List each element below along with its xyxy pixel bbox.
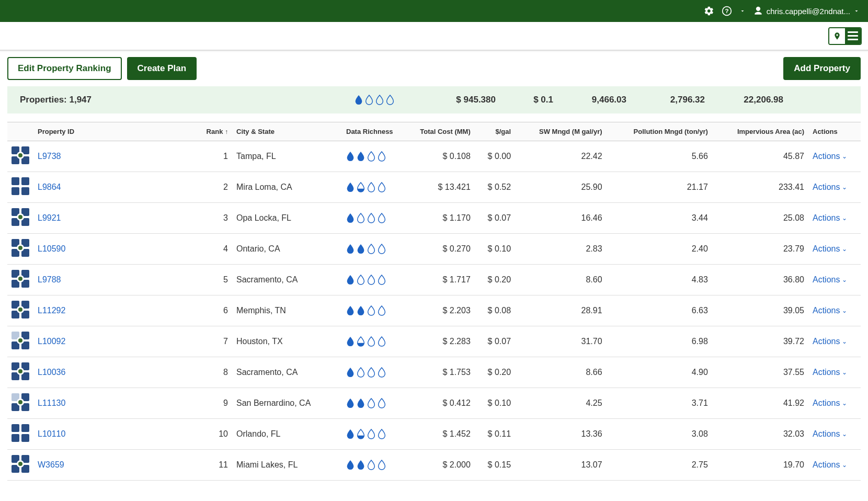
drop-icon bbox=[367, 367, 375, 378]
drop-icon bbox=[378, 429, 386, 439]
property-type-icon bbox=[12, 146, 29, 164]
drop-icon bbox=[357, 460, 365, 470]
row-actions-menu[interactable]: Actions ⌄ bbox=[813, 152, 847, 161]
drop-icon bbox=[378, 460, 386, 470]
drop-icon bbox=[378, 275, 386, 285]
table-row: L9864 2 Mira Loma, CA $ 13.421 $ 0.52 25… bbox=[7, 172, 861, 203]
property-id-link[interactable]: L11130 bbox=[38, 398, 65, 407]
drop-icon bbox=[367, 151, 375, 162]
cell-per-gal: $ 0.00 bbox=[475, 141, 515, 172]
summary-data-richness bbox=[355, 95, 412, 105]
drop-icon bbox=[346, 275, 355, 285]
row-actions-menu[interactable]: Actions ⌄ bbox=[813, 337, 847, 346]
cell-data-richness bbox=[342, 295, 399, 326]
row-actions-menu[interactable]: Actions ⌄ bbox=[813, 460, 847, 470]
property-id-link[interactable]: L10110 bbox=[38, 429, 65, 438]
cell-impervious: 25.08 bbox=[712, 203, 808, 234]
col-property-id[interactable]: Property ID bbox=[33, 122, 190, 141]
col-city-state[interactable]: City & State bbox=[232, 122, 342, 141]
cell-per-gal: $ 0.52 bbox=[475, 172, 515, 203]
row-actions-menu[interactable]: Actions ⌄ bbox=[813, 213, 847, 223]
row-actions-menu[interactable]: Actions ⌄ bbox=[813, 429, 847, 439]
create-plan-button[interactable]: Create Plan bbox=[127, 57, 197, 80]
gear-icon[interactable] bbox=[704, 6, 714, 16]
property-id-link[interactable]: L11292 bbox=[38, 306, 65, 315]
drop-icon bbox=[357, 367, 365, 378]
drop-icon bbox=[355, 95, 363, 105]
cell-sw-mngd: 8.60 bbox=[515, 265, 607, 295]
chevron-down-icon: ⌄ bbox=[842, 184, 847, 191]
row-actions-menu[interactable]: Actions ⌄ bbox=[813, 183, 847, 192]
chevron-down-icon: ⌄ bbox=[842, 338, 847, 345]
drop-icon bbox=[357, 305, 365, 316]
table-row: L11292 6 Memphis, TN $ 2.203 $ 0.08 28.9… bbox=[7, 295, 861, 326]
summary-total-cost: $ 945.380 bbox=[412, 95, 496, 105]
cell-total-cost: $ 2.203 bbox=[399, 295, 475, 326]
cell-pollution-mngd: 21.17 bbox=[607, 172, 712, 203]
col-pollution-mngd[interactable]: Pollution Mngd (ton/yr) bbox=[607, 122, 712, 141]
drop-icon bbox=[357, 398, 365, 408]
table-row: L9788 5 Sacramento, CA $ 1.717 $ 0.20 8.… bbox=[7, 265, 861, 295]
property-id-link[interactable]: L10092 bbox=[38, 337, 65, 346]
row-actions-menu[interactable]: Actions ⌄ bbox=[813, 244, 847, 254]
map-pin-icon[interactable] bbox=[829, 28, 845, 44]
col-impervious[interactable]: Impervious Area (ac) bbox=[712, 122, 808, 141]
drop-icon bbox=[378, 213, 386, 223]
property-id-link[interactable]: L10590 bbox=[38, 244, 65, 253]
cell-pollution-mngd: 3.44 bbox=[607, 203, 712, 234]
property-id-link[interactable]: L9738 bbox=[38, 152, 61, 161]
chevron-down-icon[interactable] bbox=[739, 8, 746, 14]
drop-icon bbox=[346, 429, 355, 439]
hamburger-icon[interactable] bbox=[845, 28, 861, 44]
drop-icon bbox=[365, 95, 373, 105]
chevron-down-icon: ⌄ bbox=[842, 400, 847, 407]
chevron-down-icon: ⌄ bbox=[842, 276, 847, 283]
col-data-richness[interactable]: Data Richness bbox=[342, 122, 399, 141]
add-property-button[interactable]: Add Property bbox=[783, 57, 861, 80]
col-total-cost[interactable]: Total Cost (MM) bbox=[399, 122, 475, 141]
property-id-link[interactable]: L10036 bbox=[38, 368, 65, 377]
drop-icon bbox=[346, 151, 355, 162]
cell-total-cost: $ 1.452 bbox=[399, 419, 475, 450]
summary-per-gal: $ 0.1 bbox=[496, 95, 553, 105]
cell-impervious: 36.80 bbox=[712, 265, 808, 295]
cell-impervious: 39.72 bbox=[712, 326, 808, 357]
property-id-link[interactable]: W3659 bbox=[38, 460, 64, 469]
drop-icon bbox=[346, 367, 355, 378]
summary-impervious: 22,206.98 bbox=[705, 95, 783, 105]
col-rank[interactable]: Rank ↑ bbox=[190, 122, 232, 141]
cell-impervious: 39.05 bbox=[712, 295, 808, 326]
user-menu[interactable]: chris.cappelli@2ndnat... bbox=[753, 6, 860, 16]
cell-impervious: 19.70 bbox=[712, 450, 808, 481]
cell-impervious: 23.79 bbox=[712, 234, 808, 265]
row-actions-menu[interactable]: Actions ⌄ bbox=[813, 306, 847, 315]
property-id-link[interactable]: L9788 bbox=[38, 275, 61, 284]
table-row: L10092 7 Houston, TX $ 2.283 $ 0.07 31.7… bbox=[7, 326, 861, 357]
table-row: W3659 11 Miami Lakes, FL $ 2.000 $ 0.15 … bbox=[7, 450, 861, 481]
cell-impervious: 37.55 bbox=[712, 357, 808, 388]
col-sw-mngd[interactable]: SW Mngd (M gal/yr) bbox=[515, 122, 607, 141]
view-toggle[interactable] bbox=[828, 27, 862, 45]
row-actions-menu[interactable]: Actions ⌄ bbox=[813, 368, 847, 377]
row-actions-menu[interactable]: Actions ⌄ bbox=[813, 275, 847, 284]
chevron-down-icon: ⌄ bbox=[842, 369, 847, 376]
table-row: L9921 3 Opa Locka, FL $ 1.170 $ 0.07 16.… bbox=[7, 203, 861, 234]
drop-icon bbox=[386, 95, 394, 105]
property-type-icon bbox=[12, 393, 29, 411]
cell-data-richness bbox=[342, 388, 399, 419]
col-per-gal[interactable]: $/gal bbox=[475, 122, 515, 141]
cell-pollution-mngd: 4.83 bbox=[607, 265, 712, 295]
help-icon[interactable]: ? bbox=[722, 6, 732, 16]
drop-icon bbox=[346, 398, 355, 408]
cell-sw-mngd: 2.83 bbox=[515, 234, 607, 265]
cell-sw-mngd: 31.70 bbox=[515, 326, 607, 357]
cell-per-gal: $ 0.10 bbox=[475, 234, 515, 265]
property-id-link[interactable]: L9921 bbox=[38, 213, 61, 222]
property-id-link[interactable]: L9864 bbox=[38, 183, 61, 191]
cell-sw-mngd: 22.42 bbox=[515, 141, 607, 172]
edit-property-ranking-button[interactable]: Edit Property Ranking bbox=[7, 57, 122, 80]
drop-icon bbox=[378, 398, 386, 408]
row-actions-menu[interactable]: Actions ⌄ bbox=[813, 398, 847, 408]
chevron-down-icon bbox=[853, 8, 860, 14]
property-type-icon bbox=[12, 455, 29, 473]
